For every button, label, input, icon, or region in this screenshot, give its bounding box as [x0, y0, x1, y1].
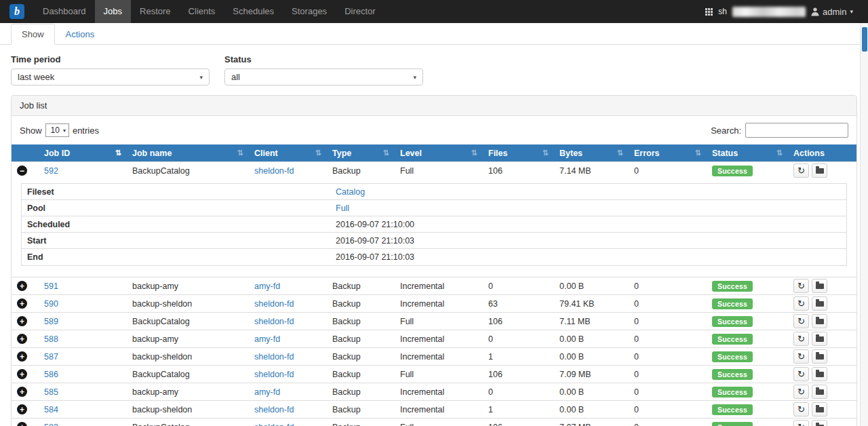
- restart-job-button[interactable]: ↻: [793, 296, 809, 311]
- job-files-button[interactable]: [812, 314, 827, 328]
- job-id-link[interactable]: 583: [44, 423, 58, 426]
- restart-job-button[interactable]: ↻: [793, 385, 809, 399]
- job-id-link[interactable]: 587: [44, 352, 58, 362]
- expand-row-button[interactable]: +: [17, 298, 27, 309]
- bacula-logo[interactable]: b: [9, 4, 24, 19]
- column-header-files[interactable]: Files⇅: [483, 144, 554, 161]
- tab-show[interactable]: Show: [11, 24, 55, 45]
- expand-row-button[interactable]: +: [17, 316, 27, 326]
- restart-job-button[interactable]: ↻: [793, 332, 809, 346]
- job-id-link[interactable]: 588: [44, 334, 58, 344]
- column-header-label: Actions: [793, 149, 825, 158]
- job-files-button[interactable]: [812, 420, 827, 426]
- job-id-link[interactable]: 592: [44, 166, 58, 176]
- sort-icon[interactable]: ⇅: [315, 149, 321, 157]
- table-row: + 591 backup-amy amy-fd Backup Increment…: [12, 277, 856, 294]
- job-id-link[interactable]: 590: [44, 299, 58, 309]
- job-id-link[interactable]: 591: [44, 282, 58, 291]
- sort-icon[interactable]: ⇅: [115, 149, 121, 157]
- scrollbar[interactable]: [860, 23, 868, 426]
- job-files-button[interactable]: [812, 332, 827, 346]
- job-files-button[interactable]: [812, 349, 827, 364]
- nav-item-clients[interactable]: Clients: [180, 0, 224, 23]
- restart-job-button[interactable]: ↻: [793, 279, 809, 293]
- expand-row-button[interactable]: +: [17, 387, 27, 397]
- entries-select[interactable]: 10 ▾: [45, 123, 69, 137]
- actions-cell: ↻: [788, 313, 856, 330]
- column-header-bytes[interactable]: Bytes⇅: [554, 144, 629, 161]
- column-header-job-name[interactable]: Job name⇅: [127, 144, 249, 161]
- restart-job-button[interactable]: ↻: [793, 402, 809, 417]
- type-cell: Backup: [327, 401, 395, 418]
- table-row: + 586 BackupCatalog sheldon-fd Backup Fu…: [12, 365, 856, 383]
- sort-icon[interactable]: ⇅: [695, 149, 701, 157]
- client-link[interactable]: sheldon-fd: [254, 352, 294, 362]
- sort-icon[interactable]: ⇅: [237, 149, 243, 157]
- job-id-link[interactable]: 584: [44, 405, 58, 414]
- sort-icon[interactable]: ⇅: [542, 149, 549, 157]
- folder-icon: [816, 301, 824, 307]
- nav-item-dashboard[interactable]: Dashboard: [34, 0, 95, 23]
- detail-value-link[interactable]: Full: [336, 204, 349, 213]
- expand-row-button[interactable]: +: [17, 422, 27, 426]
- client-link[interactable]: sheldon-fd: [254, 166, 294, 176]
- sort-icon[interactable]: ⇅: [471, 149, 477, 157]
- job-id-link[interactable]: 585: [44, 387, 58, 397]
- detail-value: Full: [330, 204, 846, 213]
- expand-row-button[interactable]: +: [17, 281, 27, 291]
- job-id-link[interactable]: 589: [44, 317, 58, 326]
- client-link[interactable]: sheldon-fd: [254, 299, 294, 309]
- column-header-status[interactable]: Status⇅: [707, 144, 788, 161]
- status-select[interactable]: all ▾: [224, 69, 423, 85]
- restart-job-button[interactable]: ↻: [793, 349, 809, 364]
- restart-job-button[interactable]: ↻: [793, 420, 809, 426]
- tab-actions[interactable]: Actions: [55, 24, 106, 45]
- client-link[interactable]: sheldon-fd: [254, 423, 294, 426]
- expand-row-button[interactable]: +: [17, 404, 27, 414]
- nav-item-storages[interactable]: Storages: [283, 0, 336, 23]
- job-files-button[interactable]: [812, 402, 827, 417]
- job-id-link[interactable]: 586: [44, 370, 58, 379]
- client-link[interactable]: sheldon-fd: [254, 405, 294, 414]
- nav-item-schedules[interactable]: Schedules: [224, 0, 283, 23]
- nav-item-restore[interactable]: Restore: [131, 0, 180, 23]
- sort-icon[interactable]: ⇅: [383, 149, 389, 157]
- nav-item-director[interactable]: Director: [336, 0, 384, 23]
- expand-row-button[interactable]: +: [17, 369, 27, 379]
- restart-job-button[interactable]: ↻: [793, 314, 809, 328]
- time-period-select[interactable]: last week ▾: [11, 69, 210, 85]
- scrollbar-thumb[interactable]: [862, 27, 867, 52]
- column-header-client[interactable]: Client⇅: [249, 144, 327, 161]
- grid-icon[interactable]: [705, 8, 713, 16]
- client-link[interactable]: amy-fd: [254, 387, 280, 397]
- detail-value-link[interactable]: Catalog: [336, 187, 365, 197]
- client-link[interactable]: sheldon-fd: [254, 370, 294, 379]
- status-badge: Success: [712, 422, 753, 426]
- job-files-button[interactable]: [812, 385, 827, 399]
- restart-job-button[interactable]: ↻: [793, 367, 809, 381]
- client-link[interactable]: amy-fd: [254, 282, 280, 291]
- job-files-button[interactable]: [812, 296, 827, 311]
- time-period-value: last week: [18, 72, 54, 82]
- column-header-level[interactable]: Level⇅: [395, 144, 483, 161]
- client-link[interactable]: amy-fd: [254, 334, 280, 344]
- job-files-button[interactable]: [812, 163, 827, 178]
- column-header-errors[interactable]: Errors⇅: [629, 144, 707, 161]
- expand-row-button[interactable]: −: [17, 166, 27, 176]
- expand-row-button[interactable]: +: [17, 351, 27, 362]
- client-link[interactable]: sheldon-fd: [254, 317, 294, 326]
- column-header-actions[interactable]: Actions: [788, 144, 856, 161]
- user-menu[interactable]: admin ▾: [811, 7, 853, 17]
- actions-cell: ↻: [788, 366, 856, 383]
- expand-row-button[interactable]: +: [17, 334, 27, 344]
- restart-job-button[interactable]: ↻: [793, 163, 809, 178]
- job-files-button[interactable]: [812, 279, 827, 293]
- job-files-button[interactable]: [812, 367, 827, 381]
- job-table-header: Job ID⇅Job name⇅Client⇅Type⇅Level⇅Files⇅…: [12, 144, 856, 161]
- sort-icon[interactable]: ⇅: [776, 149, 783, 157]
- search-input[interactable]: [745, 123, 848, 138]
- sort-icon[interactable]: ⇅: [617, 149, 623, 157]
- column-header-type[interactable]: Type⇅: [327, 144, 395, 161]
- nav-item-jobs[interactable]: Jobs: [95, 0, 131, 23]
- column-header-job-id[interactable]: Job ID⇅: [39, 144, 127, 161]
